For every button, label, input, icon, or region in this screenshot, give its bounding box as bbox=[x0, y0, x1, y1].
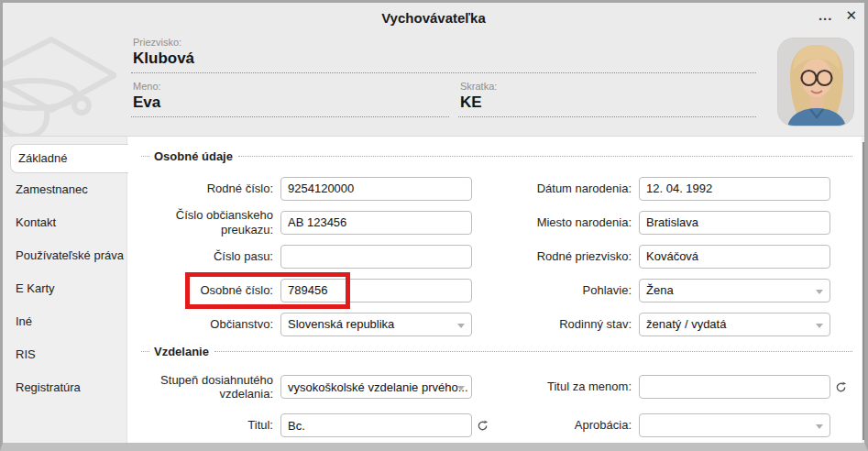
miesto-narodenia-label: Miesto narodenia: bbox=[496, 215, 632, 229]
refresh-icon[interactable] bbox=[835, 381, 847, 393]
section-header-vzdelanie: Vzdelanie bbox=[141, 343, 852, 359]
titul-za-menom-input[interactable] bbox=[639, 375, 830, 399]
scrollbar-thumb[interactable] bbox=[863, 142, 868, 440]
sidebar-tabs: Základné Zamestnanec Kontakt Používateľs… bbox=[3, 136, 126, 443]
chevron-down-icon bbox=[816, 290, 823, 294]
abbreviation-field[interactable]: Skratka: KE bbox=[458, 81, 756, 117]
form-row: Titul: Aprobácia: bbox=[141, 407, 852, 444]
refresh-icon[interactable] bbox=[477, 420, 489, 432]
sidebar-item-ris[interactable]: RIS bbox=[3, 338, 126, 371]
graduation-cap-watermark-icon bbox=[3, 30, 116, 136]
titul-input[interactable] bbox=[280, 413, 472, 437]
stupen-vzdelania-label: Stupeň dosiahnutého vzdelania: bbox=[141, 373, 273, 402]
titul-za-menom-label: Titul za menom: bbox=[496, 380, 632, 393]
datum-narodenia-input[interactable] bbox=[639, 177, 830, 201]
stupen-vzdelania-value: vysokoškolské vzdelanie prvého... bbox=[288, 380, 468, 394]
rodinny-stav-value: ženatý / vydatá bbox=[646, 317, 726, 331]
avatar-photo[interactable] bbox=[777, 38, 854, 126]
chevron-down-icon bbox=[816, 324, 823, 328]
form-row: Rodné číslo: Dátum narodenia: bbox=[141, 171, 852, 205]
firstname-value: Eva bbox=[131, 92, 449, 117]
rodinny-stav-label: Rodinný stav: bbox=[496, 317, 632, 331]
firstname-label: Meno: bbox=[131, 81, 449, 92]
title-bar: Vychovávateľka ... ✕ bbox=[3, 3, 864, 30]
stupen-vzdelania-select[interactable]: vysokoškolské vzdelanie prvého... bbox=[280, 375, 472, 399]
sidebar-item-ekarty[interactable]: E Karty bbox=[3, 272, 126, 305]
person-header: Priezvisko: Klubová Meno: Eva Skratka: K… bbox=[3, 30, 864, 136]
cislo-pasu-label: Číslo pasu: bbox=[141, 249, 273, 263]
pohlavie-select[interactable]: Žena bbox=[639, 279, 830, 302]
miesto-narodenia-input[interactable] bbox=[639, 211, 830, 235]
sidebar-item-ine[interactable]: Iné bbox=[3, 305, 126, 338]
form-row: Číslo pasu: Rodné priezvisko: bbox=[141, 239, 852, 273]
form-row: Číslo občianskeho preukazu: Miesto narod… bbox=[141, 205, 852, 239]
vertical-scrollbar[interactable] bbox=[862, 137, 868, 443]
tab-content-zakladne: Osobné údaje Rodné číslo: Dátum narodeni… bbox=[126, 136, 868, 443]
firstname-field[interactable]: Meno: Eva bbox=[131, 81, 449, 117]
section-title: Vzdelanie bbox=[149, 345, 214, 358]
form-row: Občianstvo: Slovenská republika Rodinný … bbox=[141, 307, 852, 341]
osobne-cislo-label: Osobné číslo: bbox=[141, 283, 273, 297]
cislo-pasu-input[interactable] bbox=[280, 245, 472, 269]
form-row: Stupeň dosiahnutého vzdelania: vysokoško… bbox=[141, 367, 852, 407]
pohlavie-label: Pohlavie: bbox=[496, 283, 632, 297]
section-title: Osobné údaje bbox=[149, 149, 238, 163]
rodne-priezvisko-input[interactable] bbox=[639, 245, 830, 269]
chevron-down-icon bbox=[816, 424, 823, 429]
surname-value: Klubová bbox=[131, 48, 756, 73]
rodne-priezvisko-label: Rodné priezvisko: bbox=[496, 249, 632, 263]
surname-field[interactable]: Priezvisko: Klubová bbox=[131, 37, 756, 73]
sidebar-item-zamestnanec[interactable]: Zamestnanec bbox=[3, 173, 126, 206]
form-row: Osobné číslo: Pohlavie: Žena bbox=[141, 273, 852, 307]
chevron-down-icon bbox=[457, 324, 465, 328]
titul-label: Titul: bbox=[141, 418, 273, 432]
chevron-down-icon bbox=[457, 386, 465, 390]
obcianstvo-value: Slovenská republika bbox=[288, 317, 394, 331]
sidebar-item-pouzivatelske-prava[interactable]: Používateľské práva bbox=[3, 239, 126, 272]
obcianstvo-select[interactable]: Slovenská republika bbox=[280, 313, 472, 336]
obciansky-preukaz-input[interactable] bbox=[280, 211, 472, 235]
surname-label: Priezvisko: bbox=[131, 37, 756, 48]
sidebar-item-kontakt[interactable]: Kontakt bbox=[3, 206, 126, 239]
dialog-window: Vychovávateľka ... ✕ Priezvisko: Klubová… bbox=[0, 0, 868, 451]
section-header-osobne-udaje: Osobné údaje bbox=[141, 148, 852, 164]
pohlavie-value: Žena bbox=[646, 283, 674, 297]
osobne-cislo-input[interactable] bbox=[280, 279, 472, 302]
rodne-cislo-input[interactable] bbox=[280, 177, 472, 201]
aprobacia-label: Aprobácia: bbox=[496, 418, 632, 432]
sidebar-item-registratura[interactable]: Registratúra bbox=[3, 371, 126, 404]
dialog-title: Vychovávateľka bbox=[3, 3, 864, 26]
abbreviation-label: Skratka: bbox=[458, 81, 756, 92]
obcianstvo-label: Občianstvo: bbox=[141, 317, 273, 331]
datum-narodenia-label: Dátum narodenia: bbox=[496, 182, 632, 195]
sidebar-item-zakladne[interactable]: Základné bbox=[10, 144, 128, 173]
ellipsis-menu-button[interactable]: ... bbox=[819, 6, 833, 25]
close-button[interactable]: ✕ bbox=[845, 6, 857, 25]
aprobacia-select[interactable] bbox=[639, 413, 830, 437]
obciansky-preukaz-label: Číslo občianskeho preukazu: bbox=[141, 208, 273, 236]
abbreviation-value: KE bbox=[458, 92, 756, 117]
rodne-cislo-label: Rodné číslo: bbox=[141, 182, 273, 195]
rodinny-stav-select[interactable]: ženatý / vydatá bbox=[639, 313, 830, 336]
